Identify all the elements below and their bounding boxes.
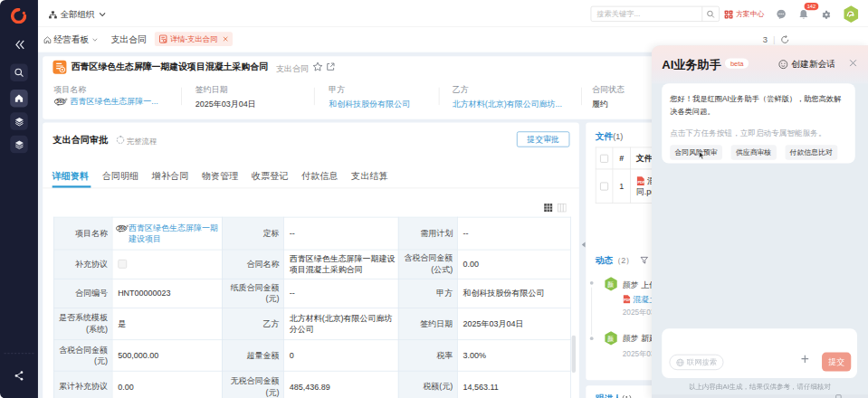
svg-text:颜: 颜 xyxy=(606,281,614,288)
svg-text:颜: 颜 xyxy=(606,336,614,342)
svg-text:360: 360 xyxy=(118,225,126,231)
svg-text:PDF: PDF xyxy=(637,179,644,184)
svg-text:PDF: PDF xyxy=(624,298,630,302)
svg-text:360: 360 xyxy=(56,99,64,104)
